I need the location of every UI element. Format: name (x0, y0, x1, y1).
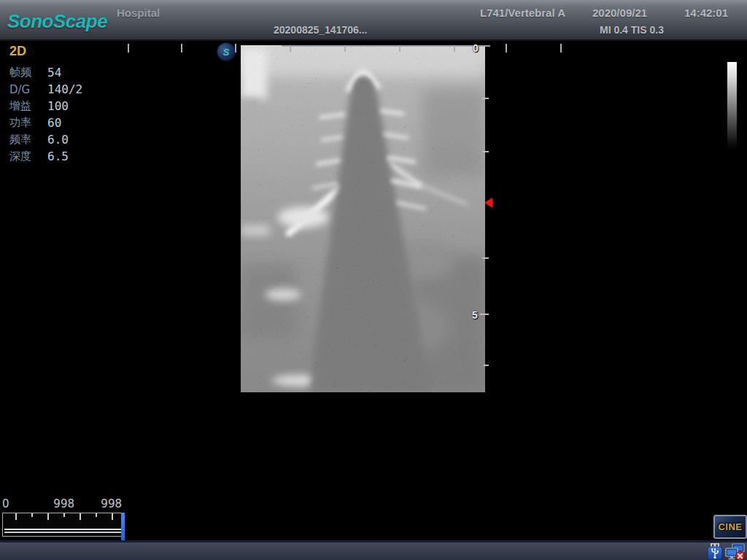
depth-tick-4cm (482, 257, 489, 259)
mode-label: 2D (9, 44, 119, 59)
param-row-frequency: 频率 6.0 (9, 131, 119, 148)
hospital-name: Hospital (117, 7, 160, 19)
param-value: 54 (47, 66, 61, 79)
title-bar: SonoScape Hospital 20200825_141706... L7… (0, 0, 747, 41)
param-row-power: 功率 60 (9, 114, 119, 131)
top-scale-tick (290, 45, 291, 52)
cine-tick (31, 513, 33, 517)
sonoscape-logo: SonoScape (7, 10, 107, 33)
cine-groove-line (4, 529, 121, 530)
param-label: 功率 (9, 116, 47, 130)
top-scale-tick (344, 45, 346, 52)
probe-orientation-marker-icon: S (217, 43, 235, 61)
top-scale-tick (181, 44, 182, 52)
top-scale-tick (506, 44, 507, 52)
depth-tick-6cm (484, 365, 489, 366)
grayscale-bar (727, 62, 737, 149)
param-value: 6.0 (47, 133, 69, 147)
cine-groove-line (4, 532, 121, 533)
cine-tick (63, 513, 65, 517)
depth-tick-2cm (482, 151, 489, 152)
param-label: D/G (9, 83, 47, 96)
depth-tick-5cm (480, 314, 489, 315)
probe-marker-letter: S (223, 47, 230, 58)
param-label: 帧频 (9, 66, 47, 79)
param-label: 增益 (9, 99, 47, 113)
depth-tick-1cm (482, 98, 489, 99)
depth-5cm-label: 5 (472, 309, 478, 321)
exam-date: 2020/09/21 (592, 7, 647, 19)
depth-zero-label: 0 (473, 42, 479, 54)
cine-progress-track[interactable] (2, 513, 123, 537)
param-value: 6.5 (47, 149, 69, 163)
probe-preset: L741/Vertebral A (480, 7, 565, 19)
system-taskbar (0, 540, 747, 560)
cine-tick (80, 513, 81, 520)
cine-tick (15, 513, 17, 520)
param-label: 深度 (9, 149, 47, 163)
top-scale-tick (235, 44, 236, 52)
cine-tick (112, 513, 113, 520)
top-scale-tick (399, 45, 400, 52)
cine-start-label: 0 (2, 497, 9, 510)
cine-tick (47, 513, 49, 520)
exam-file-name: 20200825_141706... (274, 24, 367, 36)
top-scale-line (282, 45, 490, 47)
cine-button[interactable]: CINE (713, 515, 747, 539)
mi-tis-readout: MI 0.4 TIS 0.3 (600, 24, 664, 36)
cine-current-label: 998 (94, 497, 122, 510)
param-label: 频率 (9, 133, 47, 147)
param-value: 140/2 (47, 82, 82, 96)
top-scale-tick (128, 44, 129, 52)
param-value: 60 (47, 116, 61, 130)
param-value: 100 (47, 99, 69, 113)
param-row-depth: 深度 6.5 (9, 148, 119, 165)
usb-device-icon[interactable] (707, 543, 723, 560)
network-disconnected-icon[interactable] (724, 543, 746, 560)
cine-total-label: 998 (47, 497, 74, 510)
top-scale-tick (454, 45, 455, 52)
clock-time: 14:42:01 (684, 7, 728, 19)
cine-button-label: CINE (718, 521, 742, 532)
cine-tick (96, 513, 97, 517)
param-row-gain: 增益 100 (9, 98, 119, 114)
focus-marker-icon (484, 198, 492, 208)
top-scale-tick (560, 44, 562, 52)
imaging-parameters-panel: 2D 帧频 54 D/G 140/2 增益 100 功率 60 频率 6.0 深… (9, 44, 119, 165)
cine-position-marker[interactable] (121, 513, 125, 540)
param-row-dg: D/G 140/2 (9, 81, 119, 98)
param-row-frame-rate: 帧频 54 (9, 64, 119, 81)
ultrasound-image (241, 45, 485, 392)
